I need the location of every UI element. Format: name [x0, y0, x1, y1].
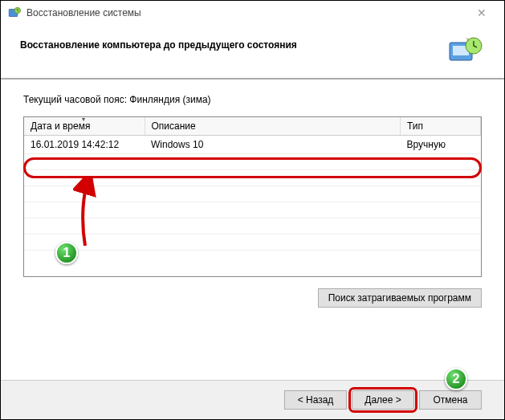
restore-icon [7, 6, 22, 20]
table-row[interactable]: 16.01.2019 14:42:12 Windows 10 Вручную [24, 136, 481, 154]
column-type[interactable]: Тип [401, 117, 481, 136]
close-button[interactable]: ✕ [466, 2, 498, 24]
column-description[interactable]: Описание [145, 117, 401, 136]
table-row [24, 234, 481, 251]
content-panel: Текущий часовой пояс: Финляндия (зима) Д… [1, 78, 504, 317]
cell-type: Вручную [401, 136, 481, 154]
cell-datetime: 16.01.2019 14:42:12 [24, 136, 145, 154]
window-title: Восстановление системы [26, 7, 141, 18]
titlebar: Восстановление системы ✕ [1, 1, 504, 25]
cancel-button[interactable]: Отмена [419, 390, 482, 410]
restore-points-table: Дата и время Описание Тип 16.01.2019 14:… [23, 116, 482, 277]
table-row [24, 170, 481, 186]
restore-large-icon [446, 35, 485, 68]
table-actions: Поиск затрагиваемых программ [23, 288, 482, 308]
affected-programs-button[interactable]: Поиск затрагиваемых программ [318, 288, 482, 308]
back-button[interactable]: < Назад [284, 390, 347, 410]
table-row [24, 202, 481, 218]
table-row [24, 154, 481, 170]
timezone-label: Текущий часовой пояс: Финляндия (зима) [23, 94, 482, 105]
cell-description: Windows 10 [145, 136, 401, 154]
table-row [24, 186, 481, 202]
column-datetime[interactable]: Дата и время [24, 117, 145, 136]
header: Восстановление компьютера до предыдущего… [1, 25, 504, 71]
wizard-footer: < Назад Далее > Отмена [1, 380, 504, 419]
next-button[interactable]: Далее > [352, 390, 414, 410]
table-row [24, 218, 481, 234]
page-heading: Восстановление компьютера до предыдущего… [20, 35, 297, 51]
